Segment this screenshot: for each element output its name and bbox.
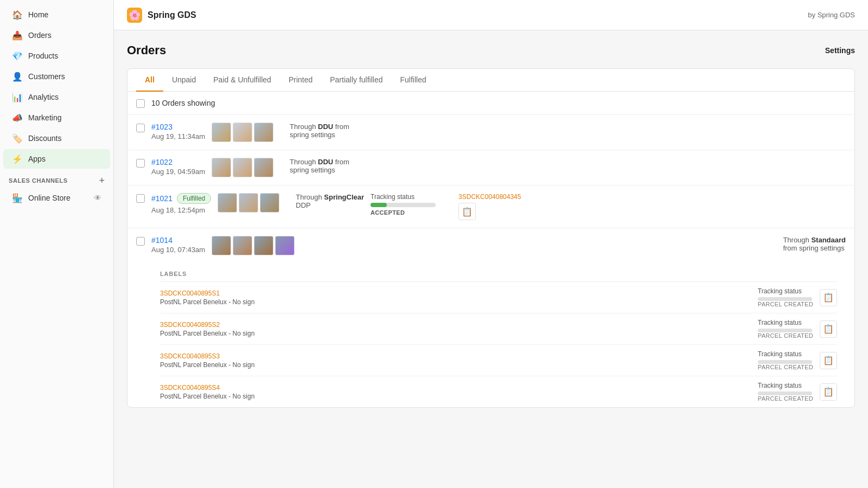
sidebar-item-label: Online Store	[28, 194, 71, 202]
sidebar-item-home[interactable]: 🏠 Home	[3, 5, 110, 24]
label-tracking-bar	[758, 297, 812, 301]
order-checkbox[interactable]	[136, 124, 145, 132]
table-row: #1022 Aug 19, 04:59am Through DDU fromsp…	[127, 150, 854, 185]
label-service: PostNL Parcel Benelux - No sign	[160, 393, 269, 400]
order-checkbox[interactable]	[136, 237, 145, 246]
app-logo: 🌸	[127, 8, 142, 23]
label-tracking-label: Tracking status	[758, 287, 813, 295]
main-area: 🌸 Spring GDS by Spring GDS Orders Settin…	[114, 0, 868, 488]
item-thumbnail	[254, 236, 273, 255]
label-tracking-section: Tracking status PARCEL CREATED 📋	[758, 287, 837, 307]
app-name: Spring GDS	[148, 10, 196, 20]
sidebar-item-customers[interactable]: 👤 Customers	[3, 67, 110, 86]
orders-count-header: 10 Orders showing	[127, 92, 854, 115]
sidebar-item-label: Apps	[28, 155, 46, 163]
item-thumbnail	[212, 158, 231, 177]
tracking-code[interactable]: 3SDCKC0040804345	[458, 193, 521, 201]
order-date: Aug 19, 04:59am	[151, 168, 205, 176]
tracking-status-value: ACCEPTED	[371, 209, 452, 216]
topbar-left: 🌸 Spring GDS	[127, 8, 196, 23]
tracking-progress-bar	[371, 203, 436, 207]
label-service: PostNL Parcel Benelux - No sign	[160, 361, 269, 369]
item-thumbnail	[254, 123, 273, 142]
sidebar-item-online-store[interactable]: 🏪 Online Store 👁	[3, 188, 110, 208]
table-row: #1023 Aug 19, 11:34am Through DDU fromsp…	[127, 115, 854, 150]
list-item: 3SDCKC0040895S1 PostNL Parcel Benelux - …	[160, 281, 837, 313]
page-header: Orders Settings	[127, 43, 855, 57]
order-items-thumbnails	[212, 158, 277, 177]
tab-all[interactable]: All	[136, 69, 163, 92]
tab-fulfilled[interactable]: Fulfilled	[392, 69, 435, 92]
sidebar-item-products[interactable]: 💎 Products	[3, 46, 110, 66]
order-shipping-method: Through DDU fromspring settings	[290, 158, 349, 174]
label-tracking-bar	[758, 360, 812, 364]
home-icon: 🏠	[12, 9, 23, 20]
page-title: Orders	[127, 43, 166, 57]
sidebar-item-discounts[interactable]: 🏷️ Discounts	[3, 129, 110, 148]
label-tracking-bar	[758, 329, 812, 332]
order-checkbox[interactable]	[136, 194, 145, 203]
label-service: PostNL Parcel Benelux - No sign	[160, 298, 269, 306]
label-tracking-code[interactable]: 3SDCKC0040895S1	[160, 290, 269, 297]
order-number[interactable]: #1023	[151, 123, 205, 131]
order-date: Aug 10, 07:43am	[151, 246, 205, 254]
label-tracking-status: PARCEL CREATED	[758, 395, 813, 402]
discounts-icon: 🏷️	[12, 133, 23, 144]
order-items-thumbnails	[212, 123, 277, 142]
label-tracking-code[interactable]: 3SDCKC0040895S2	[160, 321, 269, 329]
item-thumbnail	[212, 236, 231, 255]
copy-label-button[interactable]: 📋	[820, 352, 837, 369]
table-row: #1014 Aug 10, 07:43am Through Standaardf…	[127, 228, 854, 407]
sidebar: 🏠 Home 📥 Orders 💎 Products 👤 Customers 📊…	[0, 0, 114, 488]
labels-section: LABELS 3SDCKC0040895S1 PostNL Parcel Ben…	[136, 268, 846, 407]
tab-printed[interactable]: Printed	[280, 69, 321, 92]
sidebar-item-apps[interactable]: ⚡ Apps	[3, 149, 110, 169]
label-tracking-status: PARCEL CREATED	[758, 332, 813, 339]
sidebar-item-label: Analytics	[28, 93, 59, 101]
label-tracking-status: PARCEL CREATED	[758, 301, 813, 307]
add-sales-channel-button[interactable]: +	[99, 176, 105, 185]
label-tracking-code[interactable]: 3SDCKC0040895S4	[160, 384, 269, 391]
order-number[interactable]: #1022	[151, 158, 205, 166]
sales-channels-header: SALES CHANNELS +	[0, 169, 113, 188]
order-date: Aug 19, 11:34am	[151, 132, 205, 140]
order-number[interactable]: #1021	[151, 194, 173, 203]
list-item: 3SDCKC0040895S3 PostNL Parcel Benelux - …	[160, 344, 837, 376]
copy-label-button[interactable]: 📋	[820, 320, 837, 338]
copy-label-button[interactable]: 📋	[820, 289, 837, 306]
order-number[interactable]: #1014	[151, 236, 205, 245]
copy-tracking-button[interactable]: 📋	[458, 203, 476, 220]
label-tracking-section: Tracking status PARCEL CREATED 📋	[758, 382, 837, 402]
sidebar-item-label: Products	[28, 52, 58, 60]
orders-card: All Unpaid Paid & Unfulfilled Printed Pa…	[127, 68, 855, 408]
sidebar-item-marketing[interactable]: 📣 Marketing	[3, 108, 110, 127]
label-tracking-label: Tracking status	[758, 319, 813, 326]
sidebar-item-analytics[interactable]: 📊 Analytics	[3, 87, 110, 107]
order-checkbox[interactable]	[136, 159, 145, 168]
table-row: #1021 Fulfilled Aug 18, 12:54pm Through …	[127, 185, 854, 228]
label-tracking-section: Tracking status PARCEL CREATED 📋	[758, 319, 837, 339]
select-all-checkbox[interactable]	[136, 99, 145, 108]
item-thumbnail	[239, 193, 258, 213]
sidebar-item-label: Home	[28, 10, 48, 19]
item-thumbnail	[218, 193, 237, 213]
label-tracking-section: Tracking status PARCEL CREATED 📋	[758, 350, 837, 370]
tab-unpaid[interactable]: Unpaid	[163, 69, 205, 92]
item-thumbnail	[254, 158, 273, 177]
content-area: Orders Settings All Unpaid Paid & Unfulf…	[114, 30, 868, 488]
label-tracking-code[interactable]: 3SDCKC0040895S3	[160, 352, 269, 360]
orders-icon: 📥	[12, 30, 23, 41]
item-thumbnail	[233, 158, 252, 177]
orders-tabs: All Unpaid Paid & Unfulfilled Printed Pa…	[127, 69, 854, 92]
tab-partially-fulfilled[interactable]: Partially fulfilled	[321, 69, 391, 92]
tracking-section: Tracking status ACCEPTED	[371, 193, 452, 216]
label-tracking-label: Tracking status	[758, 350, 813, 358]
settings-link[interactable]: Settings	[825, 46, 855, 55]
label-tracking-status: PARCEL CREATED	[758, 364, 813, 370]
labels-title: LABELS	[160, 271, 837, 277]
sidebar-item-orders[interactable]: 📥 Orders	[3, 25, 110, 45]
tab-paid-unfulfilled[interactable]: Paid & Unfulfilled	[205, 69, 280, 92]
item-thumbnail	[260, 193, 279, 213]
copy-label-button[interactable]: 📋	[820, 383, 837, 401]
order-date: Aug 18, 12:54pm	[151, 206, 211, 214]
